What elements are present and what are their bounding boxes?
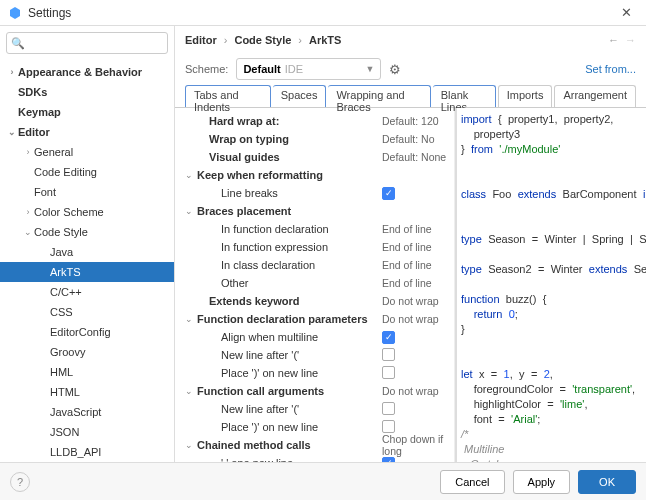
sidebar-item[interactable]: Code Editing <box>0 162 174 182</box>
setting-row[interactable]: New line after '(' <box>185 400 454 418</box>
setting-row[interactable]: In function declarationEnd of line <box>185 220 454 238</box>
chevron-right-icon: › <box>298 34 302 46</box>
sidebar-item-label: C/C++ <box>50 286 82 298</box>
setting-row[interactable]: In function expressionEnd of line <box>185 238 454 256</box>
titlebar: Settings ✕ <box>0 0 646 26</box>
setting-value[interactable]: Default: None <box>382 151 454 163</box>
tab[interactable]: Arrangement <box>554 85 636 107</box>
setting-value[interactable]: Do not wrap <box>382 313 454 325</box>
setting-row[interactable]: Visual guidesDefault: None <box>185 148 454 166</box>
window-title: Settings <box>28 6 615 20</box>
checkbox[interactable] <box>382 366 395 379</box>
main: 🔍 ›Appearance & BehaviorSDKsKeymap⌄Edito… <box>0 26 646 462</box>
setting-value[interactable]: Chop down if long <box>382 433 454 457</box>
chevron-icon: ⌄ <box>22 227 34 237</box>
scheme-hint: IDE <box>285 63 303 75</box>
setting-row[interactable]: ⌄Function call argumentsDo not wrap <box>185 382 454 400</box>
setting-row[interactable]: ⌄Braces placement <box>185 202 454 220</box>
sidebar-item-label: Groovy <box>50 346 85 358</box>
nav-forward-icon[interactable]: → <box>625 34 636 46</box>
breadcrumb-editor[interactable]: Editor <box>185 34 217 46</box>
setting-row[interactable]: Place ')' on new line <box>185 364 454 382</box>
breadcrumb: Editor › Code Style › ArkTS ← → <box>175 26 646 54</box>
sidebar-item-label: Java <box>50 246 73 258</box>
setting-row[interactable]: OtherEnd of line <box>185 274 454 292</box>
setting-value[interactable]: Do not wrap <box>382 385 454 397</box>
cancel-button[interactable]: Cancel <box>440 470 504 494</box>
sidebar-item[interactable]: CSS <box>0 302 174 322</box>
chevron-icon: ⌄ <box>185 206 197 216</box>
tab[interactable]: Wrapping and Braces <box>328 85 430 107</box>
app-icon <box>8 6 22 20</box>
setting-label: Chained method calls <box>197 439 382 451</box>
tab[interactable]: Blank Lines <box>433 85 496 107</box>
setting-value[interactable]: Default: No <box>382 133 454 145</box>
setting-row[interactable]: In class declarationEnd of line <box>185 256 454 274</box>
ok-button[interactable]: OK <box>578 470 636 494</box>
setting-row[interactable]: ⌄Keep when reformatting <box>185 166 454 184</box>
setting-value[interactable]: End of line <box>382 277 454 289</box>
setting-value[interactable]: End of line <box>382 223 454 235</box>
setting-row[interactable]: ⌄Chained method callsChop down if long <box>185 436 454 454</box>
sidebar-item-label: Font <box>34 186 56 198</box>
sidebar-item[interactable]: ›General <box>0 142 174 162</box>
sidebar-item[interactable]: ›Appearance & Behavior <box>0 62 174 82</box>
search-box[interactable]: 🔍 <box>6 32 168 54</box>
sidebar-item[interactable]: SDKs <box>0 82 174 102</box>
setting-label: Place ')' on new line <box>197 367 382 379</box>
setting-row[interactable]: Wrap on typingDefault: No <box>185 130 454 148</box>
setting-value[interactable]: End of line <box>382 259 454 271</box>
checkbox[interactable] <box>382 420 395 433</box>
set-from-link[interactable]: Set from... <box>585 63 636 75</box>
sidebar-item-label: JSON <box>50 426 79 438</box>
tab[interactable]: Tabs and Indents <box>185 85 271 107</box>
close-icon[interactable]: ✕ <box>615 3 638 22</box>
sidebar-item[interactable]: ›Color Scheme <box>0 202 174 222</box>
setting-value[interactable]: End of line <box>382 241 454 253</box>
sidebar-item[interactable]: Keymap <box>0 102 174 122</box>
scheme-select[interactable]: Default IDE ▼ <box>236 58 381 80</box>
apply-button[interactable]: Apply <box>513 470 571 494</box>
sidebar-item[interactable]: ⌄Editor <box>0 122 174 142</box>
sidebar-item[interactable]: HML <box>0 362 174 382</box>
columns: Hard wrap at:Default: 120Wrap on typingD… <box>175 108 646 462</box>
gear-icon[interactable]: ⚙ <box>389 62 401 77</box>
tabs: Tabs and IndentsSpacesWrapping and Brace… <box>175 84 646 108</box>
setting-row[interactable]: Align when multiline✓ <box>185 328 454 346</box>
setting-value[interactable]: Do not wrap <box>382 295 454 307</box>
setting-row[interactable]: Extends keywordDo not wrap <box>185 292 454 310</box>
sidebar-item[interactable]: Font <box>0 182 174 202</box>
sidebar-item-label: HML <box>50 366 73 378</box>
sidebar-item[interactable]: LLDB_API <box>0 442 174 462</box>
checkbox[interactable]: ✓ <box>382 331 395 344</box>
breadcrumb-codestyle[interactable]: Code Style <box>234 34 291 46</box>
setting-label: In class declaration <box>197 259 382 271</box>
checkbox[interactable] <box>382 348 395 361</box>
setting-row[interactable]: Line breaks✓ <box>185 184 454 202</box>
sidebar-item[interactable]: ArkTS <box>0 262 174 282</box>
sidebar-item-label: HTML <box>50 386 80 398</box>
setting-row[interactable]: ⌄Function declaration parametersDo not w… <box>185 310 454 328</box>
sidebar-item[interactable]: EditorConfig <box>0 322 174 342</box>
checkbox[interactable]: ✓ <box>382 187 395 200</box>
tab[interactable]: Spaces <box>273 85 327 107</box>
setting-row[interactable]: Hard wrap at:Default: 120 <box>185 112 454 130</box>
checkbox[interactable] <box>382 402 395 415</box>
tab[interactable]: Imports <box>498 85 553 107</box>
sidebar-item[interactable]: JSON <box>0 422 174 442</box>
search-input[interactable] <box>28 37 166 49</box>
setting-label: Align when multiline <box>197 331 382 343</box>
sidebar-item[interactable]: Groovy <box>0 342 174 362</box>
search-icon: 🔍 <box>11 37 25 50</box>
sidebar-item[interactable]: HTML <box>0 382 174 402</box>
sidebar-item[interactable]: C/C++ <box>0 282 174 302</box>
chevron-icon: ⌄ <box>6 127 18 137</box>
setting-row[interactable]: New line after '(' <box>185 346 454 364</box>
nav-back-icon[interactable]: ← <box>608 34 619 46</box>
sidebar-item[interactable]: Java <box>0 242 174 262</box>
setting-label: In function expression <box>197 241 382 253</box>
sidebar-item[interactable]: JavaScript <box>0 402 174 422</box>
setting-value[interactable]: Default: 120 <box>382 115 454 127</box>
sidebar-item[interactable]: ⌄Code Style <box>0 222 174 242</box>
help-icon[interactable]: ? <box>10 472 30 492</box>
